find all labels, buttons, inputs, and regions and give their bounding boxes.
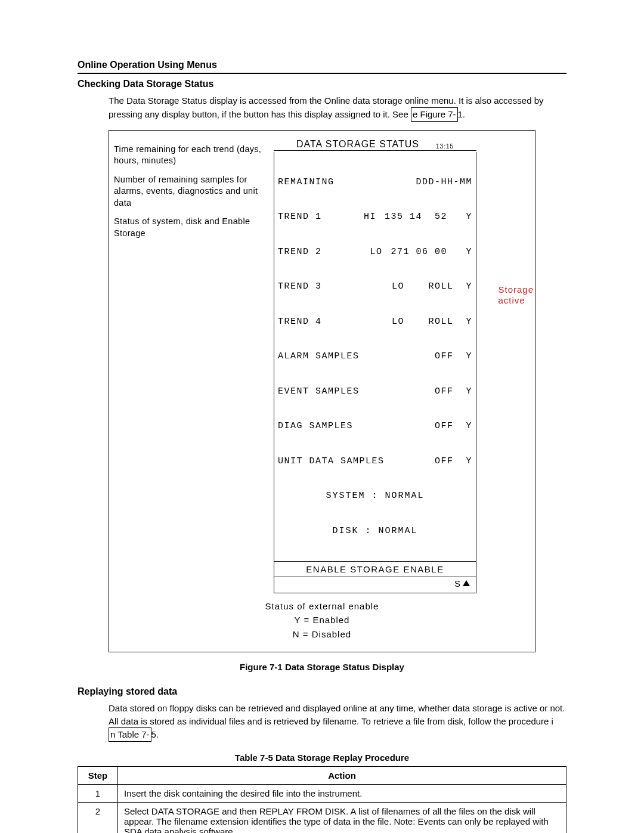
storage-active-label: Storage active: [498, 284, 534, 306]
cell-step: 1: [78, 785, 118, 803]
hdr-remaining: REMAINING: [278, 176, 335, 188]
row-diag-r: OFF Y: [413, 420, 472, 432]
figure-7-1: Time remaining for each trend (days, hou…: [109, 130, 535, 652]
y-enabled: Y = Enabled: [114, 613, 530, 627]
xref-suffix: 1.: [458, 109, 466, 119]
cell-action: Insert the disk containing the desired f…: [118, 785, 566, 803]
row-trend2-m: LO: [322, 246, 391, 258]
row-event-l: EVENT SAMPLES: [278, 386, 360, 398]
th-action: Action: [118, 767, 566, 785]
row-trend2-r: 271 06 00 Y: [391, 246, 472, 258]
table-xref[interactable]: n Table 7-: [109, 727, 151, 742]
n-disabled: N = Disabled: [114, 627, 530, 641]
storage-icon: [463, 580, 470, 586]
row-alarm-r: OFF Y: [413, 351, 472, 363]
row-event-r: OFF Y: [413, 386, 472, 398]
display-clock: 13:15: [436, 143, 454, 150]
row-trend2-l: TREND 2: [278, 246, 322, 258]
system-line: SYSTEM : NORMAL: [278, 490, 472, 502]
display-body: REMAININGDDD-HH-MM TREND 1HI135 14 52 Y …: [274, 152, 476, 562]
procedure-table: Step Action 1Insert the disk containing …: [78, 766, 566, 833]
para-checking: The Data Storage Status display is acces…: [109, 94, 566, 122]
th-step: Step: [78, 767, 118, 785]
row-alarm-l: ALARM SAMPLES: [278, 351, 360, 363]
storage-active-1: Storage: [498, 284, 534, 295]
row-trend4-l: TREND 4: [278, 316, 322, 328]
row-trend3-m: LO: [322, 281, 413, 293]
row-trend1-l: TREND 1: [278, 211, 322, 223]
storage-indicator-row: S: [274, 577, 476, 593]
label-status: Status of system, disk and Enable Storag…: [114, 216, 269, 239]
label-samples: Number of remaining samples for alarms, …: [114, 174, 269, 209]
xref2-suffix: 5.: [151, 729, 159, 739]
row-trend1-r: 135 14 52 Y: [385, 211, 472, 223]
figure-caption: Figure 7-1 Data Storage Status Display: [78, 662, 566, 672]
row-trend1-m: HI: [322, 211, 385, 223]
label-time-remaining: Time remaining for each trend (days, hou…: [114, 144, 269, 167]
para-replaying: Data stored on floppy disks can be retri…: [109, 702, 566, 742]
cell-step: 2: [78, 803, 118, 834]
para-text: The Data Storage Status display is acces…: [109, 95, 544, 119]
status-ext-enable: Status of external enable: [114, 599, 530, 613]
row-diag-l: DIAG SAMPLES: [278, 420, 353, 432]
row-unit-r: OFF Y: [413, 456, 472, 467]
status-display-panel: DATA STORAGE STATUS 13:15 REMAININGDDD-H…: [274, 139, 476, 594]
heading-checking: Checking Data Storage Status: [78, 79, 566, 89]
hdr-ddd: DDD-HH-MM: [413, 176, 472, 188]
row-trend4-m: LO: [322, 316, 413, 328]
disk-line: DISK : NORMAL: [278, 525, 472, 537]
row-trend3-r: ROLL Y: [413, 281, 472, 293]
header-rule: [78, 73, 566, 74]
running-header: Online Operation Using Menus: [78, 60, 566, 70]
row-trend4-r: ROLL Y: [413, 316, 472, 328]
row-trend3-l: TREND 3: [278, 281, 322, 293]
figure-left-labels: Time remaining for each trend (days, hou…: [114, 139, 269, 247]
figure-xref[interactable]: e Figure 7-: [411, 107, 458, 122]
s-indicator: S: [454, 578, 460, 589]
display-title: DATA STORAGE STATUS: [296, 139, 419, 150]
enable-row: ENABLE STORAGE ENABLE: [274, 561, 476, 577]
table-caption: Table 7-5 Data Storage Replay Procedure: [78, 753, 566, 763]
para2-text: Data stored on floppy disks can be retri…: [109, 703, 565, 726]
storage-active-2: active: [498, 295, 525, 305]
cell-action: Select DATA STORAGE and then REPLAY FROM…: [118, 803, 566, 834]
row-unit-l: UNIT DATA SAMPLES: [278, 456, 385, 467]
table-row: 1Insert the disk containing the desired …: [78, 785, 566, 803]
heading-replaying: Replaying stored data: [78, 686, 566, 697]
table-row: 2Select DATA STORAGE and then REPLAY FRO…: [78, 803, 566, 834]
